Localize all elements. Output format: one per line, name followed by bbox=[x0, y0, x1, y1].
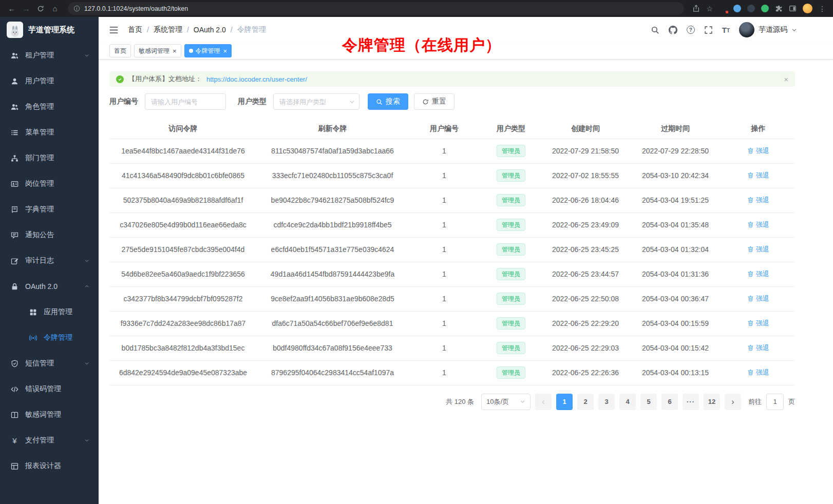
refresh-token-cell: 333ecfc71e02480cb11055c875c3ca0f bbox=[257, 163, 408, 188]
user-id-input[interactable] bbox=[145, 93, 226, 110]
access-token-cell: 54d6be82ee5a460a9aedc1f9bf223656 bbox=[109, 262, 257, 286]
user-menu[interactable]: 芋道源码 bbox=[739, 22, 797, 37]
sidebar-item-audit-log[interactable]: 审计日志 bbox=[0, 248, 99, 274]
force-logout-button[interactable]: 强退 bbox=[747, 245, 769, 254]
browser-home-button[interactable]: ⌂ bbox=[48, 3, 62, 15]
tab-close-icon[interactable]: × bbox=[173, 48, 177, 54]
breadcrumb-item[interactable]: 首页 bbox=[128, 25, 142, 34]
address-bar[interactable]: 127.0.0.1:1024/system/oauth2/token bbox=[68, 2, 684, 15]
sidebar-item-report-designer[interactable]: 报表设计器 bbox=[0, 453, 99, 479]
create-time-cell: 2022-06-26 18:04:46 bbox=[542, 188, 629, 212]
force-logout-button[interactable]: 强退 bbox=[747, 319, 769, 328]
sidebar-item-tenant[interactable]: 租户管理 bbox=[0, 43, 99, 68]
sidebar-item-oauth2-app[interactable]: 应用管理 bbox=[0, 299, 99, 325]
sidebar-item-sms[interactable]: 短信管理 bbox=[0, 351, 99, 376]
page-button-6[interactable]: 6 bbox=[661, 394, 678, 410]
help-icon[interactable]: ? bbox=[687, 26, 695, 34]
tab-home[interactable]: 首页 bbox=[109, 44, 131, 57]
sidebar-item-dept[interactable]: 部门管理 bbox=[0, 145, 99, 171]
goto-unit: 页 bbox=[788, 397, 795, 406]
extension-icon-dark[interactable] bbox=[747, 5, 755, 12]
extension-icon-badged[interactable] bbox=[719, 5, 727, 13]
sidebar-item-oauth2-token[interactable]: 令牌管理 bbox=[0, 325, 99, 351]
sidebar-item-label: 岗位管理 bbox=[25, 179, 89, 188]
sidebar-item-menu[interactable]: 菜单管理 bbox=[0, 120, 99, 145]
extension-icon-green[interactable] bbox=[761, 5, 769, 12]
fullscreen-icon[interactable] bbox=[704, 26, 713, 34]
page-button-4[interactable]: 4 bbox=[619, 394, 636, 410]
action-cell: 强退 bbox=[722, 336, 795, 360]
page-button-1[interactable]: 1 bbox=[556, 394, 573, 410]
browser-profile-avatar[interactable] bbox=[803, 4, 812, 13]
breadcrumb-separator: / bbox=[147, 26, 149, 34]
force-logout-button[interactable]: 强退 bbox=[747, 343, 769, 353]
browser-menu-icon[interactable]: ⋮ bbox=[819, 5, 826, 13]
user-type-cell: 管理员 bbox=[480, 262, 542, 286]
sidebar-item-notice[interactable]: 通知公告 bbox=[0, 222, 99, 248]
force-logout-button[interactable]: 强退 bbox=[747, 171, 769, 180]
browser-reload-button[interactable] bbox=[37, 5, 44, 12]
reset-button[interactable]: 重置 bbox=[414, 93, 455, 110]
force-logout-button[interactable]: 强退 bbox=[747, 196, 769, 205]
extension-icon-blue[interactable] bbox=[733, 5, 741, 12]
alert-close-icon[interactable]: × bbox=[784, 75, 788, 84]
side-panel-icon[interactable] bbox=[789, 5, 797, 12]
next-page-button[interactable]: › bbox=[725, 394, 741, 410]
sidebar-item-oauth2[interactable]: OAuth 2.0 bbox=[0, 274, 99, 299]
breadcrumb-item[interactable]: OAuth 2.0 bbox=[194, 26, 226, 34]
page-size-select[interactable]: 10条/页 bbox=[481, 394, 531, 410]
force-logout-button[interactable]: 强退 bbox=[747, 146, 769, 156]
tab-sensitive-word[interactable]: 敏感词管理× bbox=[134, 44, 181, 57]
app-title: 芋道管理系统 bbox=[28, 25, 74, 35]
user-type-select-input[interactable] bbox=[273, 93, 359, 110]
sidebar-item-pay[interactable]: ¥支付管理 bbox=[0, 428, 99, 453]
sidebar-item-label: 租户管理 bbox=[25, 51, 84, 60]
bookmark-star-icon[interactable]: ☆ bbox=[706, 5, 713, 13]
force-logout-button[interactable]: 强退 bbox=[747, 368, 769, 377]
force-logout-label: 强退 bbox=[756, 368, 769, 377]
browser-back-button[interactable]: ← bbox=[5, 3, 18, 15]
breadcrumb: 首页/系统管理/OAuth 2.0/令牌管理 bbox=[128, 25, 266, 34]
page-button-12[interactable]: 12 bbox=[704, 394, 720, 410]
sidebar-item-sensitive-word[interactable]: 敏感词管理 bbox=[0, 402, 99, 428]
github-icon[interactable] bbox=[669, 26, 677, 34]
users-icon bbox=[11, 52, 18, 60]
user-type-select[interactable] bbox=[273, 93, 359, 110]
force-logout-button[interactable]: 强退 bbox=[747, 269, 769, 279]
avatar bbox=[739, 22, 754, 37]
refresh-token-cell: 49d1aa46d1454fbd87591444423be9fa bbox=[257, 262, 408, 286]
sidebar-item-user[interactable]: 用户管理 bbox=[0, 68, 99, 94]
force-logout-button[interactable]: 强退 bbox=[747, 294, 769, 303]
column-header: 用户类型 bbox=[480, 119, 542, 139]
refresh-token-cell: b0df4980ffd34c67a08f9156e4eee733 bbox=[257, 336, 408, 360]
app-logo[interactable]: 芋道管理系统 bbox=[0, 17, 99, 43]
page-button-3[interactable]: 3 bbox=[598, 394, 615, 410]
screen: ← → ⌂ 127.0.0.1:1024/system/oauth2/token… bbox=[0, 0, 833, 504]
doc-link[interactable]: https://doc.iocoder.cn/user-center/ bbox=[206, 75, 307, 83]
force-logout-button[interactable]: 强退 bbox=[747, 220, 769, 229]
breadcrumb-item[interactable]: 系统管理 bbox=[154, 25, 182, 34]
search-icon[interactable] bbox=[651, 26, 659, 34]
sidebar-item-error-code[interactable]: 错误码管理 bbox=[0, 376, 99, 402]
page-button-2[interactable]: 2 bbox=[577, 394, 594, 410]
browser-forward-button[interactable]: → bbox=[20, 3, 33, 15]
page-button-5[interactable]: 5 bbox=[640, 394, 657, 410]
goto-page-input[interactable] bbox=[766, 394, 784, 410]
tab-close-icon[interactable]: × bbox=[223, 48, 228, 54]
more-pages-button[interactable]: ··· bbox=[683, 394, 699, 410]
site-info-icon[interactable] bbox=[73, 5, 80, 12]
font-size-icon[interactable]: TT bbox=[722, 26, 730, 34]
sidebar-item-role[interactable]: 角色管理 bbox=[0, 94, 99, 120]
search-button[interactable]: 搜索 bbox=[368, 93, 408, 110]
sidebar-item-dict[interactable]: 字典管理 bbox=[0, 197, 99, 222]
share-icon[interactable] bbox=[692, 5, 700, 12]
prev-page-button[interactable]: ‹ bbox=[535, 394, 552, 410]
column-header: 过期时间 bbox=[629, 119, 722, 139]
access-token-cell: f9336e7c7dd242a283ee98dc86b17a87 bbox=[109, 311, 257, 336]
sidebar-item-post[interactable]: 岗位管理 bbox=[0, 171, 99, 197]
sidebar-item-label: 角色管理 bbox=[25, 102, 89, 111]
hamburger-icon[interactable] bbox=[109, 25, 119, 35]
tab-token[interactable]: 令牌管理× bbox=[184, 44, 232, 57]
access-token-cell: c342377bf8b344799dcbf7bf095287f2 bbox=[109, 286, 257, 311]
extensions-puzzle-icon[interactable] bbox=[775, 5, 783, 12]
